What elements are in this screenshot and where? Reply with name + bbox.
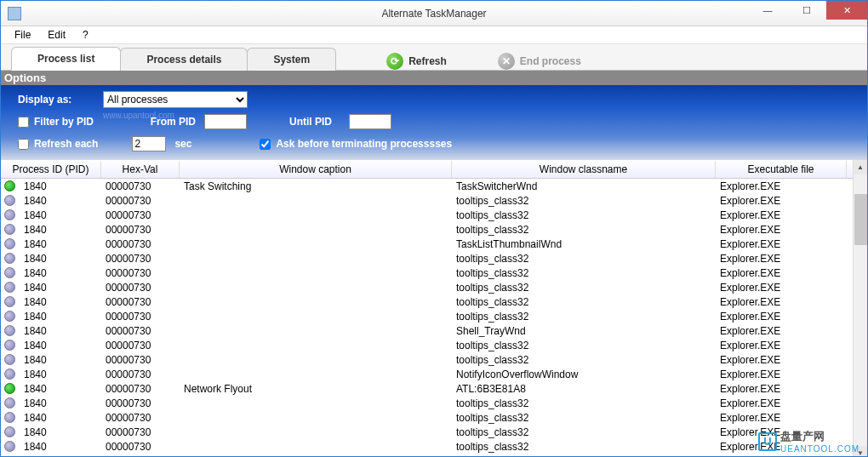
ask-before-input[interactable] <box>260 139 271 150</box>
close-button[interactable]: ✕ <box>826 1 867 20</box>
column-exe[interactable]: Executable file <box>716 161 847 178</box>
options-header: Options <box>1 71 867 85</box>
table-row[interactable]: 184000000730NotifyIconOverflowWindowExpl… <box>1 367 853 381</box>
table-row[interactable]: 184000000730tooltips_class32Explorer.EXE <box>1 266 853 280</box>
cell-classname: tooltips_class32 <box>451 224 715 236</box>
status-icon <box>4 354 15 365</box>
status-icon <box>4 397 15 408</box>
cell-hex: 00000730 <box>100 209 179 221</box>
refresh-seconds-input[interactable] <box>132 136 166 151</box>
menu-file[interactable]: File <box>8 27 37 43</box>
cell-classname: tooltips_class32 <box>451 397 715 409</box>
cell-pid: 1840 <box>19 209 100 221</box>
cell-classname: tooltips_class32 <box>451 412 715 424</box>
refresh-each-input[interactable] <box>18 139 29 150</box>
cell-pid: 1840 <box>19 267 100 279</box>
display-as-label: Display as: <box>18 94 94 106</box>
tab-process-details[interactable]: Process details <box>120 48 248 71</box>
cell-classname: TaskSwitcherWnd <box>451 180 715 192</box>
titlebar: Alternate TaskManager — ☐ ✕ <box>1 1 867 26</box>
maximize-button[interactable]: ☐ <box>787 1 826 20</box>
process-table: Process ID (PID) Hex-Val Window caption … <box>1 160 867 457</box>
cell-exe: Explorer.EXE <box>715 340 846 351</box>
cell-hex: 00000730 <box>100 311 179 323</box>
cell-pid: 1840 <box>19 383 100 395</box>
cell-classname: tooltips_class32 <box>451 195 715 207</box>
tabstrip: Process list Process details System ⟳ Re… <box>1 43 867 71</box>
tab-process-list[interactable]: Process list <box>11 47 121 71</box>
cell-pid: 1840 <box>19 282 100 294</box>
cell-pid: 1840 <box>19 296 100 308</box>
cell-classname: tooltips_class32 <box>451 282 715 294</box>
table-row[interactable]: 184000000730TaskListThumbnailWndExplorer… <box>1 237 853 251</box>
minimize-button[interactable]: — <box>748 1 787 20</box>
cell-exe: Explorer.EXE <box>715 253 846 265</box>
ask-before-checkbox[interactable]: Ask before terminating processsses <box>260 138 452 150</box>
until-pid-input[interactable] <box>349 114 391 129</box>
column-caption[interactable]: Window caption <box>180 161 452 178</box>
table-row[interactable]: 184000000730tooltips_class32Explorer.EXE <box>1 208 853 222</box>
cell-exe: Explorer.EXE <box>715 180 846 192</box>
scroll-up-arrow[interactable]: ▲ <box>854 160 867 174</box>
status-icon <box>4 340 15 351</box>
end-process-button[interactable]: ✕ End process <box>498 53 581 70</box>
cell-classname: tooltips_class32 <box>451 296 715 308</box>
cell-exe: Explorer.EXE <box>715 195 846 207</box>
table-row[interactable]: 184000000730tooltips_class32Explorer.EXE <box>1 425 853 439</box>
table-row[interactable]: 184000000730tooltips_class32Explorer.EXE <box>1 222 853 237</box>
cell-exe: Explorer.EXE <box>715 282 846 294</box>
table-row[interactable]: 184000000730tooltips_class32Explorer.EXE <box>1 251 853 266</box>
table-row[interactable]: 184000000730tooltips_class32Explorer.EXE <box>1 396 853 410</box>
cell-exe: Explorer.EXE <box>715 224 846 236</box>
cell-hex: 00000730 <box>100 368 179 380</box>
table-row[interactable]: 184000000730tooltips_class32Explorer.EXE <box>1 280 853 294</box>
menu-edit[interactable]: Edit <box>41 27 72 43</box>
menubar: File Edit ? <box>1 26 867 43</box>
status-icon <box>4 224 15 235</box>
table-row[interactable]: 184000000730Shell_TrayWndExplorer.EXE <box>1 323 853 338</box>
cell-hex: 00000730 <box>100 412 179 424</box>
refresh-button[interactable]: ⟳ Refresh <box>386 53 447 70</box>
table-row[interactable]: 184000000730tooltips_class32Explorer.EXE <box>1 410 853 425</box>
status-icon <box>4 311 15 322</box>
cell-hex: 00000730 <box>100 195 179 207</box>
filter-by-pid-input[interactable] <box>18 117 29 128</box>
table-row[interactable]: 184000000730tooltips_class32Explorer.EXE <box>1 309 853 323</box>
menu-help[interactable]: ? <box>76 27 95 43</box>
refresh-each-checkbox[interactable]: Refresh each <box>18 138 98 150</box>
status-icon <box>4 296 15 307</box>
cell-hex: 00000730 <box>100 383 179 395</box>
cell-hex: 00000730 <box>100 354 179 366</box>
filter-by-pid-checkbox[interactable]: Filter by PID <box>18 116 94 128</box>
status-icon <box>4 238 15 249</box>
column-hex[interactable]: Hex-Val <box>101 161 180 178</box>
cell-hex: 00000730 <box>100 340 179 351</box>
cell-pid: 1840 <box>19 238 100 250</box>
scroll-thumb[interactable] <box>854 194 867 245</box>
from-pid-input[interactable] <box>204 114 247 129</box>
scroll-down-arrow[interactable]: ▼ <box>854 446 867 457</box>
cell-caption: Network Flyout <box>179 383 451 395</box>
tab-system[interactable]: System <box>247 48 336 71</box>
table-row[interactable]: 184000000730tooltips_class32Explorer.EXE <box>1 193 853 208</box>
table-row[interactable]: 184000000730tooltips_class32Explorer.EXE <box>1 338 853 352</box>
vertical-scrollbar[interactable]: ▲ ▼ <box>853 160 867 457</box>
status-icon <box>4 426 15 437</box>
display-as-select[interactable]: All processes <box>103 91 248 108</box>
cell-exe: Explorer.EXE <box>715 397 846 409</box>
table-row[interactable]: 184000000730tooltips_class32Explorer.EXE <box>1 294 853 309</box>
table-row[interactable]: 184000000730tooltips_class32Explorer.EXE <box>1 352 853 367</box>
cell-exe: Explorer.EXE <box>715 238 846 250</box>
table-row[interactable]: 184000000730Task SwitchingTaskSwitcherWn… <box>1 179 853 193</box>
window-title: Alternate TaskManager <box>381 8 486 20</box>
table-row[interactable]: 184000000730Network FlyoutATL:6B3E81A8Ex… <box>1 381 853 396</box>
sec-label: sec <box>174 138 191 150</box>
cell-exe: Explorer.EXE <box>715 383 846 395</box>
cell-classname: Shell_TrayWnd <box>451 325 715 337</box>
column-classname[interactable]: Window classname <box>452 161 716 178</box>
cell-classname: tooltips_class32 <box>451 209 715 221</box>
column-pid[interactable]: Process ID (PID) <box>1 161 101 178</box>
cell-exe: Explorer.EXE <box>715 354 846 366</box>
cell-classname: tooltips_class32 <box>451 311 715 323</box>
table-row[interactable]: 184000000730tooltips_class32Explorer.EXE <box>1 439 853 454</box>
